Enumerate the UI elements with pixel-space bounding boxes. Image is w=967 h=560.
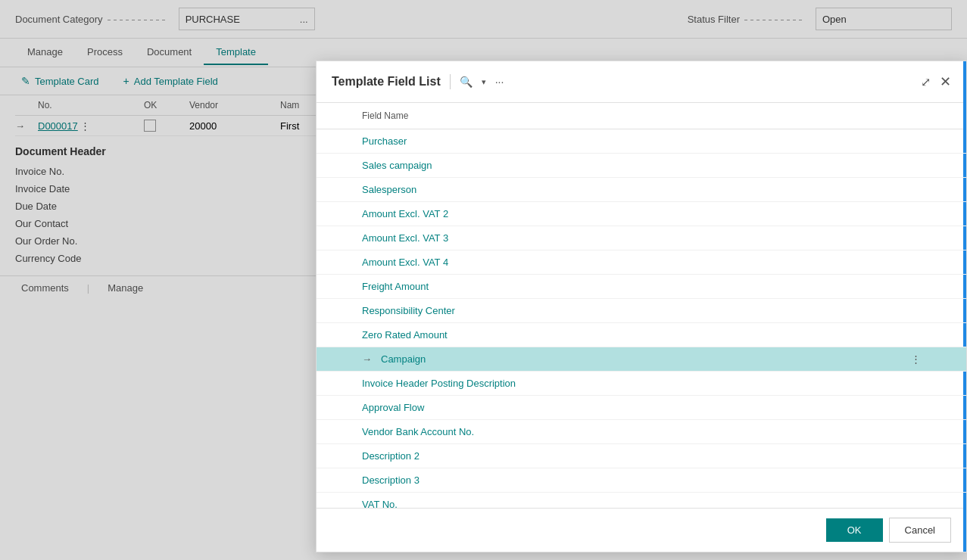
item-label: Description 3 (362, 474, 420, 486)
list-item-invoice-header-posting[interactable]: Invoice Header Posting Description (317, 372, 966, 396)
list-item-campaign[interactable]: → Campaign ⋮ (317, 347, 966, 372)
modal-overlay: Template Field List 🔍 ▾ ··· ⤢ ✕ Field Na… (0, 0, 967, 560)
item-label: Vendor Bank Account No. (362, 426, 474, 437)
item-label: Amount Excl. VAT 3 (362, 232, 448, 244)
item-label: Invoice Header Posting Description (362, 378, 516, 389)
item-label: Description 2 (362, 450, 420, 462)
item-label: Purchaser (362, 135, 407, 147)
list-item-responsibility-center[interactable]: Responsibility Center (317, 299, 966, 323)
expand-icon[interactable]: ⤢ (921, 75, 931, 89)
ok-button[interactable]: OK (826, 518, 883, 542)
close-icon[interactable]: ✕ (940, 73, 951, 90)
modal-field-list[interactable]: Purchaser Sales campaign Salesperson Amo… (317, 129, 966, 508)
list-item-vat-no[interactable]: VAT No. (317, 493, 966, 508)
item-label: Zero Rated Amount (362, 329, 448, 341)
item-label: Responsibility Center (362, 305, 455, 316)
list-item-sales-campaign[interactable]: Sales campaign (317, 154, 966, 178)
modal-footer: OK Cancel (317, 508, 966, 552)
header-more-icon[interactable]: ··· (495, 76, 504, 88)
header-divider (450, 74, 451, 89)
item-label: Amount Excl. VAT 2 (362, 208, 448, 219)
chevron-down-icon[interactable]: ▾ (482, 77, 486, 87)
list-item-zero-rated-amount[interactable]: Zero Rated Amount (317, 323, 966, 347)
list-item-amount-excl-vat-2[interactable]: Amount Excl. VAT 2 (317, 202, 966, 226)
item-label: Amount Excl. VAT 4 (362, 257, 448, 268)
item-selected-arrow: → (362, 353, 372, 365)
item-label: Campaign (381, 353, 426, 365)
list-item-description-2[interactable]: Description 2 (317, 444, 966, 468)
modal-header-actions: ⤢ ✕ (921, 73, 951, 90)
list-item-freight-amount[interactable]: Freight Amount (317, 275, 966, 299)
modal-title: Template Field List (332, 75, 441, 89)
item-label: VAT No. (362, 499, 398, 508)
field-name-header: Field Name (317, 103, 966, 129)
item-kebab-icon[interactable]: ⋮ (911, 353, 921, 365)
list-item-purchaser[interactable]: Purchaser (317, 129, 966, 154)
list-item-salesperson[interactable]: Salesperson (317, 178, 966, 202)
item-label: Freight Amount (362, 281, 429, 292)
template-field-list-modal: Template Field List 🔍 ▾ ··· ⤢ ✕ Field Na… (316, 61, 967, 552)
list-item-amount-excl-vat-4[interactable]: Amount Excl. VAT 4 (317, 250, 966, 275)
list-item-vendor-bank-account[interactable]: Vendor Bank Account No. (317, 420, 966, 444)
cancel-button[interactable]: Cancel (889, 518, 951, 543)
list-item-description-3[interactable]: Description 3 (317, 468, 966, 493)
list-item-amount-excl-vat-3[interactable]: Amount Excl. VAT 3 (317, 226, 966, 250)
modal-header: Template Field List 🔍 ▾ ··· ⤢ ✕ (317, 61, 966, 103)
search-icon[interactable]: 🔍 (460, 76, 473, 88)
item-label: Salesperson (362, 184, 416, 195)
item-label: Sales campaign (362, 160, 432, 171)
item-label: Approval Flow (362, 402, 424, 413)
list-item-approval-flow[interactable]: Approval Flow (317, 396, 966, 420)
modal-content: Field Name Purchaser Sales campaign Sale… (317, 103, 966, 508)
